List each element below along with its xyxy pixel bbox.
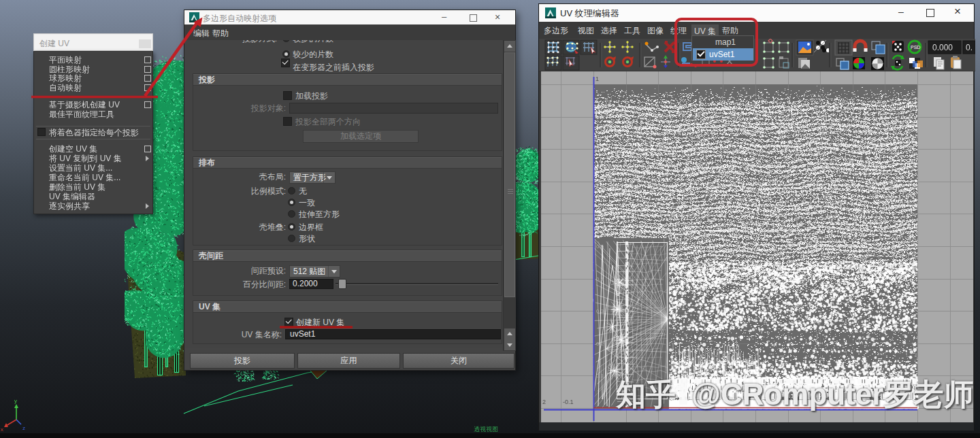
svg-text:0.000: 0.000	[932, 43, 953, 52]
svg-text:0.: 0.	[966, 43, 973, 52]
svg-text:PSD: PSD	[911, 45, 920, 50]
